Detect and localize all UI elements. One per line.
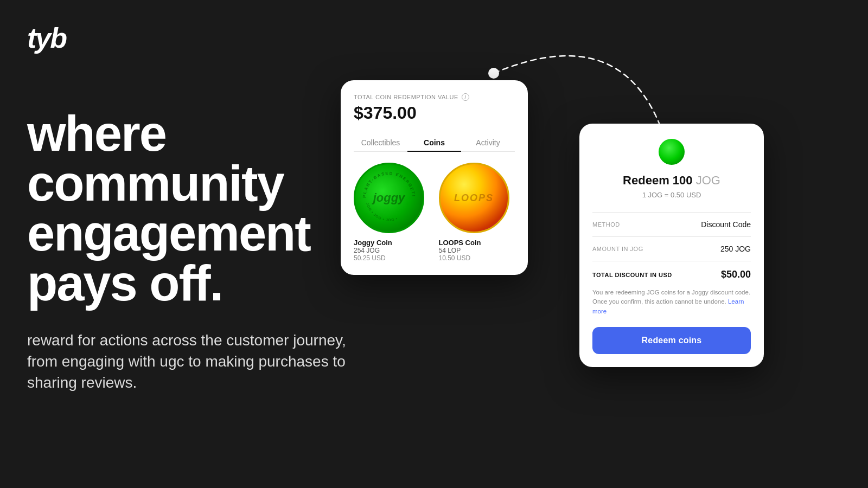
tab-collectibles[interactable]: Collectibles	[354, 134, 407, 151]
total-discount-value: $50.00	[721, 269, 751, 280]
jog-ticker: JOG	[696, 174, 720, 187]
redeem-card: Redeem 100 JOG 1 JOG = 0.50 USD METHOD D…	[579, 124, 764, 367]
joggy-coin-usd: 50.25 USD	[354, 254, 430, 262]
svg-point-0	[488, 68, 499, 79]
joggy-coin-item[interactable]: PLANT-BASED ENERGETICS JOG • JOG • JOG •…	[354, 163, 430, 262]
joggy-coin-amount: 254 JOG	[354, 247, 430, 254]
hero-headline: wherecommunityengagementpays off.	[27, 108, 363, 308]
tab-coins[interactable]: Coins	[407, 134, 461, 151]
divider-1	[592, 212, 751, 213]
divider-3	[592, 261, 751, 261]
divider-2	[592, 236, 751, 237]
hero-section: wherecommunityengagementpays off. reward…	[27, 108, 363, 394]
loops-coin-amount: 54 LOP	[439, 247, 515, 254]
coins-card: TOTAL COIN REDEMPTION VALUE i $375.00 Co…	[341, 80, 528, 275]
redeem-coin-icon	[659, 139, 685, 165]
redeem-coins-button[interactable]: Redeem coins	[592, 327, 751, 354]
logo-text: tyb	[27, 22, 66, 54]
loops-coin-label: LOOPS	[454, 192, 494, 204]
loops-coin-usd: 10.50 USD	[439, 254, 515, 262]
total-row: TOTAL DISCOUNT IN USD $50.00	[592, 269, 751, 280]
joggy-coin-name: Joggy Coin	[354, 239, 430, 247]
svg-text:JOG • JOG • JOG •: JOG • JOG • JOG •	[366, 202, 398, 222]
method-value: Discount Code	[701, 220, 751, 229]
logo: tyb	[27, 22, 66, 54]
loops-coin-visual: LOOPS	[439, 163, 509, 233]
joggy-coin-visual: PLANT-BASED ENERGETICS JOG • JOG • JOG •…	[354, 163, 424, 233]
loops-coin-item[interactable]: LOOPS LOOPS Coin 54 LOP 10.50 USD	[439, 163, 515, 262]
amount-label: AMOUNT IN JOG	[592, 246, 643, 252]
coins-grid: PLANT-BASED ENERGETICS JOG • JOG • JOG •…	[354, 163, 515, 262]
hero-subtext: reward for actions across the customer j…	[27, 330, 363, 394]
total-value: $375.00	[354, 103, 515, 123]
total-discount-label: TOTAL DISCOUNT IN USD	[592, 272, 672, 278]
tabs: Collectibles Coins Activity	[354, 134, 515, 152]
info-icon[interactable]: i	[462, 93, 469, 101]
method-row: METHOD Discount Code	[592, 220, 751, 229]
loops-coin-name: LOOPS Coin	[439, 239, 515, 247]
redeem-rate: 1 JOG = 0.50 USD	[592, 191, 751, 199]
amount-value: 250 JOG	[720, 245, 751, 253]
redeem-title: Redeem 100 JOG	[592, 174, 751, 188]
redeem-note: You are redeeming JOG coins for a Joggy …	[592, 288, 751, 316]
joggy-coin-label: joggy	[373, 191, 405, 205]
method-label: METHOD	[592, 221, 620, 228]
total-label: TOTAL COIN REDEMPTION VALUE i	[354, 93, 515, 101]
amount-row: AMOUNT IN JOG 250 JOG	[592, 245, 751, 253]
tab-activity[interactable]: Activity	[461, 134, 515, 151]
